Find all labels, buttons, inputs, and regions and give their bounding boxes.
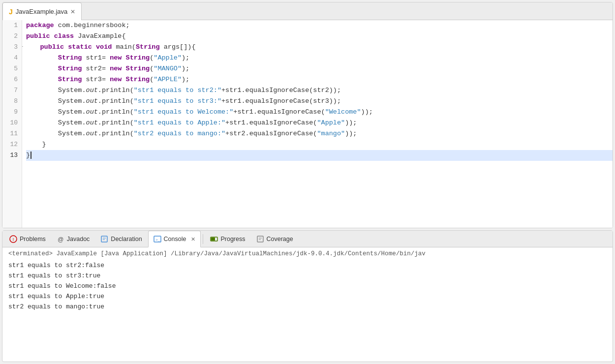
code-content-area[interactable]: package com.beginnersbook;public class J… — [22, 20, 613, 228]
code-line: public class JavaExample{ — [26, 31, 613, 42]
line-number: 9 — [6, 107, 18, 118]
java-file-icon: J — [9, 8, 13, 16]
code-editor[interactable]: 12345678910111213 package com.beginnersb… — [2, 20, 613, 228]
code-line: String str1= new String("Apple"); — [26, 53, 613, 63]
line-number: 4 — [6, 53, 18, 63]
line-number: 5 — [6, 63, 18, 74]
console-output-line: str1 equals to Apple:true — [8, 291, 607, 302]
javadoc-icon: @ — [57, 235, 64, 243]
line-number: 12 — [6, 139, 18, 150]
code-line: System.out.println("str1 equals to Welco… — [26, 107, 613, 118]
tab-coverage-label: Coverage — [267, 236, 293, 243]
line-numbers-gutter: 12345678910111213 — [2, 20, 22, 228]
fold-icon[interactable]: − — [22, 43, 23, 51]
console-header: <terminated> JavaExample [Java Applicati… — [8, 250, 607, 257]
svg-text:@: @ — [58, 236, 63, 243]
tab-filename: JavaExample.java — [16, 8, 68, 15]
declaration-icon — [100, 235, 108, 243]
code-line: package com.beginnersbook; — [26, 20, 613, 31]
code-line: } — [26, 150, 613, 161]
console-output-line: str1 equals to str3:true — [8, 271, 607, 281]
bottom-tab-bar: !Problems@JavadocDeclaration>_Console✕Pr… — [2, 231, 613, 247]
line-number: 7 — [6, 85, 18, 96]
tab-progress[interactable]: Progress — [205, 231, 250, 247]
editor-tab[interactable]: J JavaExample.java ✕ — [2, 2, 82, 20]
code-line: System.out.println("str2 equals to mango… — [26, 128, 613, 139]
line-number: 11 — [6, 128, 18, 139]
svg-rect-9 — [211, 238, 215, 241]
tab-problems[interactable]: !Problems — [4, 231, 51, 247]
tab-problems-label: Problems — [20, 236, 46, 243]
svg-rect-10 — [257, 236, 263, 242]
tab-console[interactable]: >_Console✕ — [148, 231, 201, 247]
line-number: 13 — [6, 150, 18, 161]
code-line: System.out.println("str1 equals to Apple… — [26, 118, 613, 128]
line-number: 8 — [6, 96, 18, 107]
line-number: 1 — [6, 20, 18, 31]
tab-progress-label: Progress — [220, 236, 245, 243]
editor-tab-bar: J JavaExample.java ✕ — [2, 2, 613, 20]
code-line: } — [26, 139, 613, 150]
line-number: 6 — [6, 74, 18, 85]
tab-javadoc-label: Javadoc — [67, 236, 90, 243]
console-output: str1 equals to str2:falsestr1 equals to … — [8, 260, 607, 312]
tab-console-label: Console — [164, 236, 186, 243]
code-line: System.out.println("str1 equals to str2:… — [26, 85, 613, 96]
line-number: 2 — [6, 31, 18, 42]
code-line: System.out.println("str1 equals to str3:… — [26, 96, 613, 107]
tab-console-close[interactable]: ✕ — [191, 236, 195, 243]
code-line: String str3= new String("APPLE"); — [26, 74, 613, 85]
problems-icon: ! — [9, 235, 17, 243]
svg-text:>_: >_ — [155, 238, 160, 242]
code-line: String str2= new String("MANGO"); — [26, 63, 613, 74]
console-output-area: <terminated> JavaExample [Java Applicati… — [2, 247, 613, 362]
svg-rect-3 — [101, 236, 107, 242]
tab-declaration[interactable]: Declaration — [95, 231, 147, 247]
tab-coverage[interactable]: Coverage — [251, 231, 298, 247]
coverage-icon — [256, 235, 264, 243]
code-line: − public static void main(String args[])… — [26, 42, 613, 53]
tab-javadoc[interactable]: @Javadoc — [52, 231, 95, 247]
bottom-panel: !Problems@JavadocDeclaration>_Console✕Pr… — [2, 230, 613, 362]
console-output-line: str1 equals to str2:false — [8, 260, 607, 271]
editor-panel: J JavaExample.java ✕ 12345678910111213 p… — [2, 2, 613, 228]
tab-close-button[interactable]: ✕ — [70, 8, 75, 15]
console-icon: >_ — [154, 235, 161, 243]
progress-icon — [210, 235, 218, 243]
svg-text:!: ! — [13, 237, 14, 242]
tab-declaration-label: Declaration — [111, 236, 142, 243]
tab-separator — [203, 234, 203, 244]
console-output-line: str1 equals to Welcome:false — [8, 281, 607, 291]
line-number: 3 — [6, 42, 18, 53]
line-number: 10 — [6, 118, 18, 128]
console-output-line: str2 equals to mango:true — [8, 302, 607, 312]
